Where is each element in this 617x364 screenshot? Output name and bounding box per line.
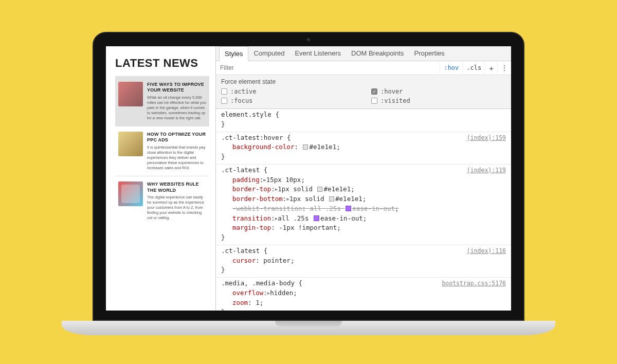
news-item[interactable]: HOW TO OPTIMIZE YOUR PPC ADS It is quint… (115, 126, 209, 176)
filter-input[interactable] (216, 61, 440, 75)
hinge-notch (275, 321, 342, 327)
css-rule[interactable]: (index):119.ct-latest {padding:▶15px 10p… (216, 165, 511, 245)
css-selector[interactable]: .ct-latest (221, 247, 260, 254)
expand-icon[interactable]: ▶ (267, 290, 270, 297)
color-swatch-icon[interactable] (317, 187, 322, 192)
news-item[interactable]: WHY WEBSITES RULE THE WORLD The digital … (115, 176, 209, 226)
news-text: HOW TO OPTIMIZE YOUR PPC ADS It is quint… (147, 132, 206, 171)
tab-properties[interactable]: Properties (409, 46, 450, 61)
css-declaration[interactable]: border-bottom:▶1px solid #e1e1e1; (221, 194, 506, 204)
tab-event-listeners[interactable]: Event Listeners (289, 46, 346, 61)
checkbox-icon (371, 88, 377, 95)
state-active[interactable]: :active (221, 88, 356, 95)
news-title: FIVE WAYS TO IMPROVE YOUR WEBSITE (147, 82, 206, 94)
css-declaration[interactable]: transition:▶all .25s ease-in-out; (221, 214, 506, 224)
news-title: HOW TO OPTIMIZE YOUR PPC ADS (147, 132, 206, 143)
expand-icon[interactable]: ▶ (275, 215, 278, 223)
color-swatch-icon[interactable] (314, 215, 319, 221)
devtools-tabs: Styles Computed Event Listeners DOM Brea… (216, 46, 511, 61)
latest-news-heading: LATEST NEWS (115, 57, 209, 70)
css-rule[interactable]: (index):116.ct-latest {cursor: pointer;} (216, 245, 511, 278)
checkbox-icon (221, 88, 227, 95)
rule-source-link[interactable]: bootstrap.css:5176 (442, 279, 506, 288)
news-item[interactable]: FIVE WAYS TO IMPROVE YOUR WEBSITE While … (115, 76, 209, 126)
news-thumbnail (118, 82, 143, 106)
css-declaration[interactable]: margin-top: -1px !important; (221, 223, 506, 233)
news-excerpt: While an oil change every 5,000 miles ca… (147, 95, 206, 121)
state-label: :focus (230, 97, 252, 104)
state-label: :active (230, 88, 257, 95)
css-declaration[interactable]: background-color: #e1e1e1; (221, 142, 506, 152)
css-declaration[interactable]: padding:▶15px 10px; (221, 175, 506, 185)
css-selector[interactable]: .ct-latest (221, 166, 260, 174)
cls-toggle[interactable]: .cls (462, 62, 485, 74)
checkbox-icon (371, 98, 377, 104)
state-focus[interactable]: :focus (221, 97, 356, 104)
filter-bar: :hov .cls + ⋮ (216, 61, 511, 75)
rule-source-link[interactable]: (index):159 (467, 134, 506, 142)
news-text: FIVE WAYS TO IMPROVE YOUR WEBSITE While … (147, 82, 206, 121)
state-hover[interactable]: :hover (371, 88, 506, 95)
tab-dom-breakpoints[interactable]: DOM Breakpoints (346, 46, 409, 61)
css-selector[interactable]: .media, .media-body (221, 279, 295, 287)
force-state-title: Force element state (221, 78, 506, 85)
camera-dot (307, 38, 310, 41)
news-thumbnail (118, 132, 143, 156)
css-rules-list: element.style {}(index):159.ct-latest:ho… (216, 109, 511, 311)
css-declaration[interactable]: zoom: 1; (221, 298, 506, 308)
css-declaration[interactable]: cursor: pointer; (221, 256, 506, 266)
tab-computed[interactable]: Computed (248, 46, 289, 61)
news-excerpt: The digital experience can easily be sum… (147, 195, 206, 221)
color-swatch-icon[interactable] (329, 196, 334, 202)
news-title: WHY WEBSITES RULE THE WORLD (147, 181, 206, 193)
checkbox-icon (221, 98, 227, 104)
laptop-base (62, 321, 555, 335)
expand-icon[interactable]: ▶ (263, 177, 266, 184)
hov-toggle[interactable]: :hov (440, 62, 462, 74)
more-icon[interactable]: ⋮ (497, 62, 511, 74)
new-style-rule-button[interactable]: + (485, 62, 497, 75)
css-rule[interactable]: element.style {} (216, 109, 511, 132)
expand-icon[interactable]: ▶ (275, 186, 278, 193)
webpage-pane: LATEST NEWS FIVE WAYS TO IMPROVE YOUR WE… (106, 46, 215, 311)
css-rule[interactable]: bootstrap.css:5176.media, .media-body {o… (216, 278, 511, 311)
rule-source-link[interactable]: (index):116 (467, 247, 506, 256)
state-visited[interactable]: :visited (371, 97, 506, 104)
state-grid: :active :hover :focus :visited (221, 88, 506, 104)
rule-source-link[interactable]: (index):119 (467, 166, 506, 175)
news-excerpt: It is quintessential that brands pay clo… (147, 145, 206, 171)
laptop-frame: LATEST NEWS FIVE WAYS TO IMPROVE YOUR WE… (93, 32, 524, 335)
tab-styles[interactable]: Styles (219, 46, 248, 61)
news-text: WHY WEBSITES RULE THE WORLD The digital … (147, 181, 206, 221)
expand-icon[interactable]: ▶ (286, 196, 289, 203)
css-rule[interactable]: (index):159.ct-latest:hover {background-… (216, 132, 511, 165)
css-declaration[interactable]: -webkit-transition: all .25s ease-in-out… (221, 204, 506, 214)
state-label: :hover (380, 88, 403, 95)
devtools-pane: Styles Computed Event Listeners DOM Brea… (215, 46, 511, 311)
screen: LATEST NEWS FIVE WAYS TO IMPROVE YOUR WE… (106, 46, 511, 311)
screen-bezel: LATEST NEWS FIVE WAYS TO IMPROVE YOUR WE… (93, 32, 524, 321)
css-selector[interactable]: element.style (221, 111, 271, 118)
color-swatch-icon[interactable] (303, 144, 308, 150)
css-declaration[interactable]: overflow:▶hidden; (221, 288, 506, 298)
css-selector[interactable]: .ct-latest:hover (221, 134, 283, 141)
css-declaration[interactable]: border-top:▶1px solid #e1e1e1; (221, 185, 506, 194)
force-element-state-panel: Force element state :active :hover :f (216, 75, 511, 109)
news-thumbnail (118, 181, 143, 206)
color-swatch-icon[interactable] (346, 206, 351, 211)
state-label: :visited (380, 97, 410, 104)
